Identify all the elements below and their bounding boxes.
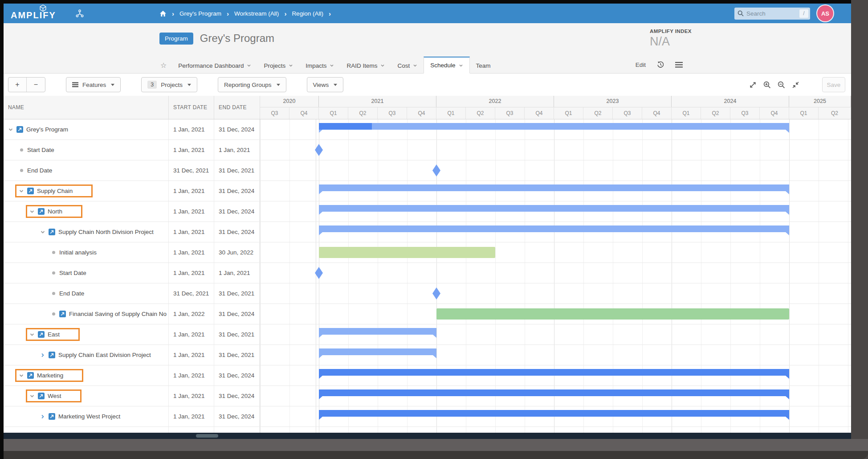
tab-label: Projects: [264, 62, 285, 69]
scrollbar-thumb[interactable]: [196, 434, 218, 438]
caret-down-icon: [247, 63, 251, 68]
row-label[interactable]: Supply Chain: [37, 188, 73, 194]
add-row-button[interactable]: +: [8, 78, 27, 92]
chevron-right-icon[interactable]: [40, 414, 45, 419]
summary-bar[interactable]: [319, 348, 436, 355]
tab-cost[interactable]: Cost: [391, 57, 424, 74]
tab-projects[interactable]: Projects: [257, 57, 299, 74]
cell-name: Start Date: [4, 140, 169, 160]
row-label[interactable]: Supply Chain North Division Project: [58, 229, 154, 235]
history-icon[interactable]: [656, 61, 664, 69]
breadcrumb-item[interactable]: Region (All): [292, 10, 323, 17]
timeline-quarter: Q2: [583, 107, 613, 119]
cell-end-date: 31 Dec, 2024: [214, 119, 260, 139]
external-link-icon[interactable]: [38, 393, 45, 399]
breadcrumb-item[interactable]: Workstream (All): [234, 10, 279, 17]
avatar[interactable]: AS: [817, 5, 833, 21]
menu-icon[interactable]: [675, 62, 683, 68]
chevron-right-icon: ›: [284, 10, 286, 17]
external-link-icon[interactable]: [49, 352, 55, 358]
summary-bar[interactable]: [319, 123, 789, 130]
external-link-icon[interactable]: [27, 372, 34, 379]
search-icon: [738, 10, 744, 16]
cell-name: Marketing: [4, 365, 169, 385]
highlight-box: Supply Chain: [15, 184, 93, 197]
summary-bar[interactable]: [319, 410, 789, 417]
chevron-down-icon[interactable]: [40, 230, 45, 235]
zoom-out-icon[interactable]: [778, 81, 785, 89]
breadcrumb-item[interactable]: Grey's Program: [179, 10, 221, 17]
external-link-icon[interactable]: [49, 413, 55, 420]
milestone-diamond[interactable]: [315, 267, 323, 279]
milestone-diamond[interactable]: [432, 164, 440, 176]
row-label[interactable]: East: [48, 331, 60, 338]
row-label[interactable]: Marketing: [37, 372, 63, 379]
horizontal-scrollbar[interactable]: [4, 433, 851, 439]
external-link-icon[interactable]: [38, 208, 45, 215]
summary-bar[interactable]: [319, 369, 789, 376]
reporting-groups-dropdown[interactable]: Reporting Groups: [218, 77, 286, 92]
column-header-start-date[interactable]: START DATE: [169, 96, 214, 119]
chevron-down-icon[interactable]: [29, 393, 35, 399]
tab-performance-dashboard[interactable]: Performance Dashboard: [172, 57, 257, 74]
chevron-down-icon[interactable]: [29, 332, 35, 337]
remove-row-button[interactable]: −: [27, 78, 45, 92]
row-label[interactable]: Grey's Program: [26, 126, 68, 133]
home-icon[interactable]: [159, 10, 167, 17]
row-label[interactable]: Initial analysis: [59, 249, 97, 256]
tab-raid-items[interactable]: RAID Items: [340, 57, 391, 74]
tab-schedule[interactable]: Schedule: [424, 57, 469, 74]
zoom-in-icon[interactable]: [763, 81, 771, 89]
summary-bar[interactable]: [319, 389, 789, 396]
summary-bar[interactable]: [319, 328, 436, 335]
external-link-icon[interactable]: [27, 188, 34, 194]
column-header-name[interactable]: NAME: [4, 96, 169, 119]
sitemap-icon[interactable]: [76, 9, 84, 17]
collapse-icon[interactable]: [792, 81, 799, 89]
row-label[interactable]: West: [48, 393, 61, 399]
search-input[interactable]: Search /: [734, 8, 810, 20]
views-dropdown[interactable]: Views: [307, 77, 344, 92]
row-label[interactable]: North: [48, 208, 62, 215]
tab-team[interactable]: Team: [470, 57, 497, 74]
row-label[interactable]: Marketing West Project: [58, 413, 120, 420]
chevron-right-icon[interactable]: [40, 352, 45, 358]
task-bar[interactable]: [436, 308, 789, 320]
chevron-down-icon[interactable]: [29, 209, 35, 214]
amplify-logo[interactable]: AMPLIFY: [11, 4, 64, 23]
external-link-icon[interactable]: [38, 331, 45, 338]
cell-start-date: 1 Jan, 2021: [169, 345, 214, 365]
timeline-quarter: Q2: [819, 107, 851, 119]
cell-start-date: 1 Jan, 2021: [169, 119, 214, 139]
task-bar[interactable]: [319, 247, 495, 258]
external-link-icon[interactable]: [16, 126, 23, 133]
row-label[interactable]: Supply Chain East Division Project: [58, 352, 151, 358]
chevron-down-icon[interactable]: [8, 127, 13, 132]
star-icon[interactable]: ☆: [160, 61, 167, 70]
cell-end-date: 31 Dec, 2024: [214, 365, 260, 385]
chevron-down-icon[interactable]: [19, 189, 24, 194]
row-label[interactable]: Financial Saving of Supply Chain No: [69, 311, 167, 317]
external-link-icon[interactable]: [49, 229, 55, 235]
features-dropdown[interactable]: Features: [66, 77, 121, 92]
chevron-down-icon[interactable]: [19, 373, 24, 378]
row-label[interactable]: Start Date: [59, 270, 86, 276]
milestone-diamond[interactable]: [432, 287, 440, 299]
expand-icon[interactable]: [749, 81, 757, 89]
save-button[interactable]: Save: [822, 77, 845, 92]
summary-bar[interactable]: [319, 225, 789, 232]
milestone-diamond[interactable]: [315, 144, 323, 156]
row-label[interactable]: Start Date: [27, 147, 54, 153]
edit-button[interactable]: Edit: [636, 61, 646, 68]
cell-start-date: 31 Dec, 2021: [169, 160, 214, 180]
column-header-end-date[interactable]: END DATE: [214, 96, 260, 119]
row-label[interactable]: End Date: [59, 290, 84, 297]
external-link-icon[interactable]: [59, 311, 66, 317]
caret-down-icon: [111, 84, 114, 86]
tab-impacts[interactable]: Impacts: [299, 57, 340, 74]
summary-bar[interactable]: [319, 184, 789, 191]
row-label[interactable]: End Date: [27, 167, 52, 174]
projects-dropdown[interactable]: 3 Projects: [141, 77, 197, 92]
summary-bar[interactable]: [319, 205, 789, 212]
cell-end-date: 31 Dec, 2024: [214, 201, 260, 221]
